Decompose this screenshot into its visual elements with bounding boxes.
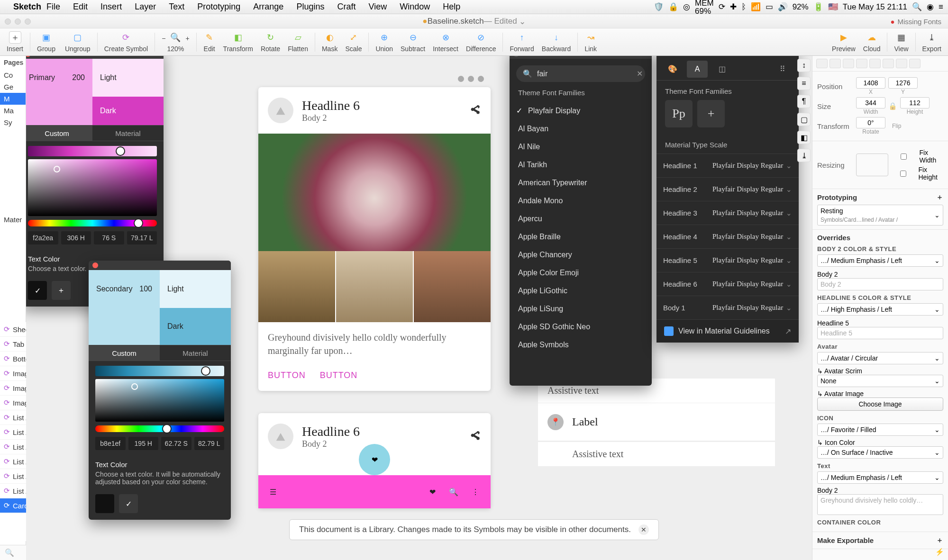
tool-mask[interactable]: ◐Mask <box>322 31 337 53</box>
clear-icon[interactable]: ✕ <box>637 69 643 78</box>
menu-plugins[interactable]: Plugins <box>296 2 324 11</box>
swatch-light[interactable]: Light <box>92 59 164 97</box>
card-button[interactable]: BUTTON <box>268 370 306 380</box>
menu-help[interactable]: Help <box>443 2 460 11</box>
font-preview[interactable]: Pp <box>665 100 693 127</box>
font-item[interactable]: Apple SD Gothic Neo <box>510 318 652 336</box>
lock-aspect-icon[interactable]: 🔒 <box>888 102 897 110</box>
close-panel[interactable] <box>92 262 98 268</box>
view-guidelines-link[interactable]: View in Material Guidelines ↗ <box>656 319 799 343</box>
font-item[interactable]: Apple Symbols <box>510 336 652 348</box>
status-wifi-icon[interactable]: 📶 <box>751 2 761 12</box>
font-item[interactable]: Apple LiGothic <box>510 282 652 300</box>
font-item[interactable]: Al Nile <box>510 138 652 156</box>
doc-title[interactable]: Baseline.sketch <box>428 17 484 26</box>
font-item[interactable]: Al Tarikh <box>510 156 652 174</box>
type-scale-row[interactable]: Headline 2Playfair Display Regular⌄ <box>656 177 799 201</box>
tool-export[interactable]: ⤓Export <box>922 31 941 53</box>
status-shield-icon[interactable]: 🛡️ <box>654 2 664 12</box>
pos-x-input[interactable] <box>856 77 885 89</box>
swatch-primary[interactable]: Primary200 <box>26 59 92 97</box>
tool-insert[interactable]: ＋Insert <box>7 31 23 53</box>
page-item[interactable]: Sy <box>0 117 26 128</box>
saturation-box[interactable] <box>95 379 224 422</box>
menu-edit[interactable]: Edit <box>73 2 88 11</box>
tab-material[interactable]: Material <box>160 345 231 361</box>
page-item[interactable]: Ge <box>0 81 26 93</box>
missing-fonts-warning[interactable]: Missing Fonts <box>890 18 941 26</box>
h-value[interactable]: 195 H <box>128 437 159 450</box>
distribute-v[interactable] <box>909 59 921 68</box>
menu-text[interactable]: Text <box>169 2 184 11</box>
add-export[interactable]: ＋ <box>936 536 943 545</box>
page-item[interactable]: Co <box>0 69 26 81</box>
close-panel[interactable] <box>26 56 31 57</box>
align-right[interactable] <box>843 59 854 68</box>
canvas[interactable]: Assistive text 📍 Label Assistive text He… <box>26 56 812 560</box>
tab-material[interactable]: Material <box>92 126 164 141</box>
menu-view[interactable]: View <box>368 2 387 11</box>
status-bluetooth-icon[interactable]: ᛒ <box>741 2 746 12</box>
lightning-icon[interactable]: ⚡ <box>935 548 944 556</box>
menu-window[interactable]: Window <box>400 2 430 11</box>
inspector-tab-style[interactable]: ≡ <box>797 77 811 90</box>
zoom-window[interactable] <box>25 18 31 25</box>
s-value[interactable]: 62.72 S <box>161 437 191 450</box>
add-prototype[interactable]: ＋ <box>936 193 943 202</box>
font-item[interactable]: Apple LiSung <box>510 300 652 318</box>
type-scale-row[interactable]: Headline 5Playfair Display Regular⌄ <box>656 248 799 272</box>
page-item[interactable]: Ma <box>0 105 26 117</box>
type-scale-row[interactable]: Headline 3Playfair Display Regular⌄ <box>656 201 799 225</box>
status-notifications-icon[interactable]: ≡ <box>939 2 943 12</box>
type-scale-row[interactable]: Headline 6Playfair Display Regular⌄ <box>656 272 799 296</box>
distribute-h[interactable] <box>896 59 907 68</box>
tool-cloud[interactable]: ☁Cloud <box>863 31 881 53</box>
text-color-confirm[interactable]: ✓ <box>119 494 138 513</box>
type-scale-row[interactable]: Headline 4Playfair Display Regular⌄ <box>656 225 799 248</box>
tab-type-icon[interactable]: A <box>687 61 708 78</box>
tool-group[interactable]: ▣Group <box>37 31 55 53</box>
swatch-secondary[interactable]: Secondary100 <box>89 270 160 308</box>
inspector-tab-text[interactable]: ¶ <box>797 95 811 108</box>
add-text-color[interactable]: ＋ <box>52 281 71 300</box>
fix-width-checkbox[interactable] <box>891 154 917 160</box>
menu-craft[interactable]: Craft <box>337 2 356 11</box>
status-circle-icon[interactable]: ◎ <box>683 2 690 12</box>
tab-custom[interactable]: Custom <box>26 126 92 141</box>
status-mem[interactable]: MEM69% <box>695 0 714 15</box>
align-left[interactable] <box>816 59 828 68</box>
h5-color-select[interactable]: …/ High Emphasis / Left⌄ <box>817 303 943 316</box>
body2-override-input[interactable]: Body 2 <box>817 278 943 290</box>
tool-edit[interactable]: ✎Edit <box>203 31 216 53</box>
menu-prototyping[interactable]: Prototyping <box>197 2 240 11</box>
shade-slider[interactable] <box>28 146 157 156</box>
l-value[interactable]: 82.79 L <box>194 437 225 450</box>
font-item[interactable]: Al Bayan <box>510 120 652 138</box>
tab-grid-icon[interactable]: ⠿ <box>772 61 793 78</box>
tool-intersect[interactable]: ⊗Intersect <box>433 31 458 53</box>
status-battery[interactable]: 92% <box>793 2 809 12</box>
close-panel[interactable] <box>513 56 519 57</box>
hex-value[interactable]: f2a2ea <box>28 231 58 244</box>
avatar-select[interactable]: …/ Avatar / Circular⌄ <box>817 352 943 364</box>
resizing-constraints[interactable] <box>856 154 888 176</box>
page-item[interactable]: M <box>0 93 26 105</box>
card-button[interactable]: BUTTON <box>320 370 358 380</box>
hue-slider[interactable] <box>95 425 224 432</box>
tool-view[interactable]: ▦View <box>894 31 908 53</box>
app-name[interactable]: Sketch <box>13 2 41 12</box>
tool-union[interactable]: ⊕Union <box>375 31 393 53</box>
h-value[interactable]: 306 H <box>61 231 91 244</box>
fab-favorite[interactable]: ❤ <box>359 444 390 475</box>
font-item[interactable]: Andale Mono <box>510 192 652 210</box>
search-icon[interactable]: 🔍 <box>449 488 458 497</box>
tool-zoom[interactable]: −🔍+ 120% <box>162 31 189 53</box>
list-item[interactable]: Assistive text <box>538 442 775 466</box>
type-scale-row[interactable]: Body 1Playfair Display Regular⌄ <box>656 296 799 319</box>
status-lock-icon[interactable]: 🔒 <box>668 2 678 12</box>
tool-scale[interactable]: ⤢Scale <box>345 31 362 53</box>
status-airdrop-icon[interactable]: ✚ <box>730 2 737 12</box>
status-battery-icon[interactable]: 🔋 <box>813 2 823 12</box>
size-w-input[interactable] <box>856 97 885 108</box>
pos-y-input[interactable] <box>888 77 918 89</box>
